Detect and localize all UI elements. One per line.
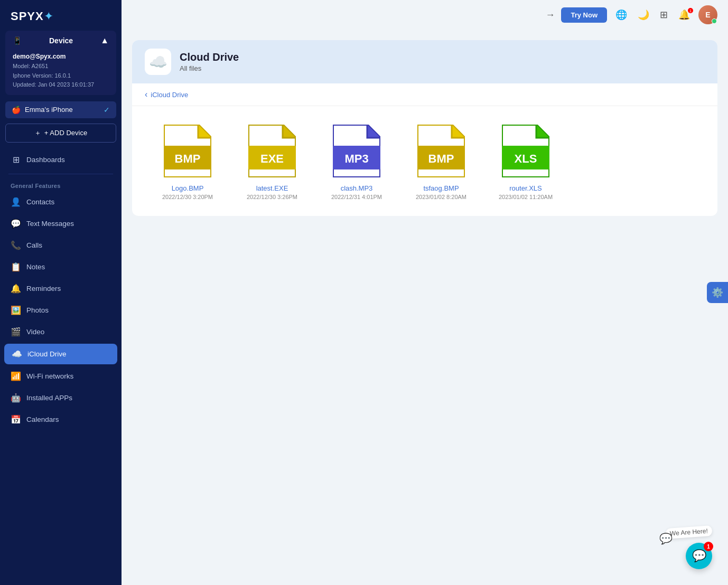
online-indicator xyxy=(712,18,717,24)
file-icon-mp3: MP3 xyxy=(328,122,386,180)
dashboards-label: Dashboards xyxy=(26,156,65,164)
dashboards-icon: ⊞ xyxy=(11,155,21,165)
moon-icon[interactable]: 🌙 xyxy=(636,7,651,23)
sidebar: SPYX ✦ 📱 Device ▲ demo@Spyx.com Model: A… xyxy=(0,0,122,585)
photos-label: Photos xyxy=(26,306,49,314)
plus-icon: ＋ xyxy=(34,128,41,138)
cloud-drive-title: Cloud Drive xyxy=(180,51,239,63)
video-label: Video xyxy=(26,328,44,336)
svg-text:BMP: BMP xyxy=(428,152,454,165)
sidebar-divider xyxy=(8,174,113,174)
topbar: → Try Now 🌐 🌙 ⊞ 🔔 1 E xyxy=(122,0,728,30)
installed-apps-label: Installed APPs xyxy=(26,394,72,402)
sidebar-item-dashboards[interactable]: ⊞ Dashboards xyxy=(0,149,122,171)
device-email: demo@Spyx.com xyxy=(13,52,109,62)
sidebar-item-text-messages[interactable]: 💬 Text Messages xyxy=(0,213,122,234)
device-info: demo@Spyx.com Model: A2651 Iphone Versio… xyxy=(5,51,116,95)
breadcrumb[interactable]: ‹ iCloud Drive xyxy=(132,83,717,106)
general-features-label: General Features xyxy=(0,177,122,191)
chat-icon: 💬 xyxy=(692,549,706,563)
main-content: → Try Now 🌐 🌙 ⊞ 🔔 1 E ☁️ Cloud Drive All… xyxy=(122,0,728,585)
sidebar-item-calendars[interactable]: 📅 Calendars xyxy=(0,409,122,430)
logo: SPYX ✦ xyxy=(0,0,122,31)
chat-badge: 1 xyxy=(704,542,713,551)
cloud-drive-subtitle: All files xyxy=(180,64,239,72)
cloud-icon-wrap: ☁️ xyxy=(145,49,171,75)
files-grid: BMP Logo.BMP 2022/12/30 3:20PM EXE xyxy=(132,106,717,216)
text-messages-label: Text Messages xyxy=(26,220,74,228)
selected-device-row[interactable]: 🍎 Emma's iPhone ✓ xyxy=(5,101,116,118)
sidebar-item-reminders[interactable]: 🔔 Reminders xyxy=(0,278,122,299)
file-item-logo-bmp[interactable]: BMP Logo.BMP 2022/12/30 3:20PM xyxy=(153,122,222,200)
svg-text:MP3: MP3 xyxy=(344,152,368,165)
sidebar-item-icloud-drive[interactable]: ☁️ iCloud Drive xyxy=(4,344,117,364)
wifi-label: Wi-Fi networks xyxy=(26,372,73,380)
sidebar-item-contacts[interactable]: 👤 Contacts xyxy=(0,191,122,213)
chat-emoji: 💬 xyxy=(659,532,673,545)
file-icon-bmp2: BMP xyxy=(412,122,470,180)
arrow-icon: → xyxy=(545,10,555,21)
file-date-router-xls: 2023/01/02 11:20AM xyxy=(499,194,553,200)
avatar[interactable]: E xyxy=(698,5,717,24)
cloud-drive-header: ☁️ Cloud Drive All files xyxy=(132,40,717,83)
settings-icon: ⚙️ xyxy=(712,287,723,298)
calendars-label: Calendars xyxy=(26,416,59,423)
installed-apps-icon: 🤖 xyxy=(11,393,21,403)
sidebar-item-calls[interactable]: 📞 Calls xyxy=(0,234,122,256)
sidebar-item-wifi-networks[interactable]: 📶 Wi-Fi networks xyxy=(0,365,122,387)
file-date-logo-bmp: 2022/12/30 3:20PM xyxy=(162,194,213,200)
contacts-label: Contacts xyxy=(26,198,54,206)
grid-icon[interactable]: ⊞ xyxy=(658,7,670,23)
add-device-button[interactable]: ＋ + ADD Device xyxy=(5,124,116,143)
file-name-logo-bmp: Logo.BMP xyxy=(172,184,204,192)
chat-widget: We Are Here! 💬 💬 1 xyxy=(666,527,712,569)
settings-float-button[interactable]: ⚙️ xyxy=(707,282,728,303)
checkmark-icon: ✓ xyxy=(104,106,110,114)
cloud-drive-title-block: Cloud Drive All files xyxy=(180,51,239,72)
device-updated: Updated: Jan 04 2023 16:01:37 xyxy=(13,80,109,90)
icloud-drive-icon: ☁️ xyxy=(12,349,22,359)
icloud-drive-label: iCloud Drive xyxy=(27,350,67,358)
try-now-button[interactable]: Try Now xyxy=(561,7,607,23)
file-name-router-xls: router.XLS xyxy=(509,184,542,192)
device-header[interactable]: 📱 Device ▲ xyxy=(5,31,116,51)
add-device-label: + ADD Device xyxy=(44,129,87,137)
file-name-clash-mp3: clash.MP3 xyxy=(341,184,373,192)
logo-star: ✦ xyxy=(44,10,53,23)
notes-label: Notes xyxy=(26,263,45,271)
logo-text: SPYX xyxy=(11,10,44,23)
device-section-label: Device xyxy=(49,36,73,45)
file-item-tsfaog-bmp[interactable]: BMP tsfaog.BMP 2023/01/02 8:20AM xyxy=(407,122,475,200)
file-item-clash-mp3[interactable]: MP3 clash.MP3 2022/12/31 4:01PM xyxy=(322,122,391,200)
svg-text:XLS: XLS xyxy=(515,152,537,165)
svg-text:BMP: BMP xyxy=(175,152,201,165)
file-icon-bmp1: BMP xyxy=(158,122,217,180)
selected-device-name: Emma's iPhone xyxy=(25,106,99,114)
device-model: Model: A2651 xyxy=(13,62,109,71)
file-icon-exe: EXE xyxy=(243,122,301,180)
breadcrumb-back-icon: ‹ xyxy=(145,90,147,99)
sidebar-item-photos[interactable]: 🖼️ Photos xyxy=(0,299,122,321)
sidebar-item-notes[interactable]: 📋 Notes xyxy=(0,256,122,278)
reminders-label: Reminders xyxy=(26,285,61,292)
video-icon: 🎬 xyxy=(11,327,21,337)
file-date-latest-exe: 2022/12/30 3:26PM xyxy=(247,194,297,200)
translate-icon[interactable]: 🌐 xyxy=(613,7,629,23)
wifi-icon: 📶 xyxy=(11,371,21,381)
cloud-drive-icon: ☁️ xyxy=(149,53,167,71)
file-item-router-xls[interactable]: XLS router.XLS 2023/01/02 11:20AM xyxy=(491,122,560,200)
photos-icon: 🖼️ xyxy=(11,305,21,315)
sidebar-item-installed-apps[interactable]: 🤖 Installed APPs xyxy=(0,387,122,409)
calls-label: Calls xyxy=(26,241,42,249)
file-icon-xls: XLS xyxy=(497,122,555,180)
file-item-latest-exe[interactable]: EXE latest.EXE 2022/12/30 3:26PM xyxy=(238,122,306,200)
chevron-up-icon: ▲ xyxy=(100,36,109,45)
avatar-initial: E xyxy=(705,11,710,19)
bell-button[interactable]: 🔔 1 xyxy=(676,9,692,21)
content-area: ☁️ Cloud Drive All files ‹ iCloud Drive xyxy=(122,30,728,585)
reminders-icon: 🔔 xyxy=(11,284,21,294)
sidebar-item-video[interactable]: 🎬 Video xyxy=(0,321,122,343)
chat-button[interactable]: 💬 1 xyxy=(686,543,712,569)
svg-text:EXE: EXE xyxy=(260,152,284,165)
text-messages-icon: 💬 xyxy=(11,219,21,229)
